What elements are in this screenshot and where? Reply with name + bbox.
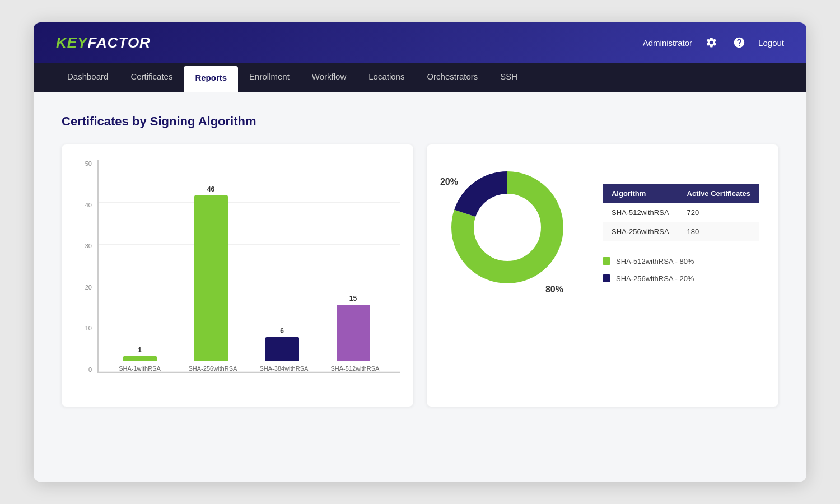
main: Certificates by Signing Algorithm 50 40 … xyxy=(34,92,806,482)
logout-button[interactable]: Logout xyxy=(758,38,784,48)
right-chart-inner: 20% 80% xyxy=(440,160,765,289)
y-label-50: 50 xyxy=(85,160,95,167)
logo-key: KEY xyxy=(56,34,87,51)
svg-point-2 xyxy=(477,197,538,258)
donut-svg xyxy=(446,166,569,289)
nav-enrollment[interactable]: Enrollment xyxy=(238,63,301,92)
nav-reports[interactable]: Reports xyxy=(184,66,238,92)
legend-sha256: SHA-256withRSA - 20% xyxy=(603,274,759,283)
bar-label-sha384: SHA-384withRSA xyxy=(260,365,305,372)
y-axis: 50 40 30 20 10 0 xyxy=(75,160,95,373)
bars-area: 1 SHA-1withRSA 46 SHA-256withRSA 6 xyxy=(97,160,400,373)
bar-value-sha1: 1 xyxy=(138,346,142,354)
bar-sha256 xyxy=(194,195,228,361)
row2-algorithm: SHA-256withRSA xyxy=(603,222,678,241)
legend-dot-green xyxy=(603,257,610,265)
logo: KEYFACTOR xyxy=(56,34,151,52)
bar-label-sha256: SHA-256withRSA xyxy=(189,365,234,372)
bar-value-sha256: 46 xyxy=(207,185,214,193)
donut-wrapper: 20% 80% xyxy=(446,166,569,289)
bar-group-sha256: 46 SHA-256withRSA xyxy=(189,185,234,372)
charts-row: 50 40 30 20 10 0 1 SHA-1withRSA xyxy=(62,144,778,407)
bar-group-sha384: 6 SHA-384withRSA xyxy=(260,327,305,372)
bar-value-sha512: 15 xyxy=(349,295,357,302)
bar-label-sha512: SHA-512withRSA xyxy=(331,365,376,372)
nav: Dashboard Certificates Reports Enrollmen… xyxy=(34,63,806,92)
nav-ssh[interactable]: SSH xyxy=(489,63,529,92)
bar-group-sha512: 15 SHA-512withRSA xyxy=(331,295,376,372)
col-active-certs: Active Certificates xyxy=(678,184,759,203)
row1-count: 720 xyxy=(678,203,759,222)
header-right: Administrator Logout xyxy=(643,34,784,52)
nav-locations[interactable]: Locations xyxy=(357,63,416,92)
table-row: SHA-256withRSA 180 xyxy=(603,222,759,241)
nav-workflow[interactable]: Workflow xyxy=(301,63,357,92)
row2-count: 180 xyxy=(678,222,759,241)
row1-algorithm: SHA-512withRSA xyxy=(603,203,678,222)
app-window: KEYFACTOR Administrator Logout Dashboard… xyxy=(34,22,806,482)
y-label-20: 20 xyxy=(85,284,95,291)
logo-text: KEYFACTOR xyxy=(56,34,151,52)
bar-group-sha1: 1 SHA-1withRSA xyxy=(118,346,162,372)
bar-chart-container: 50 40 30 20 10 0 1 SHA-1withRSA xyxy=(75,160,400,395)
nav-dashboard[interactable]: Dashboard xyxy=(56,63,119,92)
bar-sha1 xyxy=(123,356,157,361)
y-label-30: 30 xyxy=(85,242,95,249)
nav-certificates[interactable]: Certificates xyxy=(119,63,184,92)
right-panel: Algorithm Active Certificates SHA-512wit… xyxy=(603,172,759,283)
y-label-40: 40 xyxy=(85,202,95,208)
donut-legend: SHA-512withRSA - 80% SHA-256withRSA - 20… xyxy=(603,257,759,283)
y-label-10: 10 xyxy=(85,325,95,332)
donut-and-legend: 20% 80% xyxy=(446,166,759,289)
bar-sha384 xyxy=(265,337,299,361)
legend-sha512: SHA-512withRSA - 80% xyxy=(603,257,759,265)
donut-chart-card: 20% 80% xyxy=(427,144,778,407)
legend-dot-dark xyxy=(603,274,610,282)
bar-label-sha1: SHA-1withRSA xyxy=(118,365,162,372)
bar-chart-card: 50 40 30 20 10 0 1 SHA-1withRSA xyxy=(62,144,413,407)
y-label-0: 0 xyxy=(88,366,95,373)
legend-label-sha256: SHA-256withRSA - 20% xyxy=(616,274,694,283)
data-table: Algorithm Active Certificates SHA-512wit… xyxy=(603,184,759,241)
donut-label-20: 20% xyxy=(440,177,458,187)
logo-factor: FACTOR xyxy=(87,34,150,51)
table-section: Algorithm Active Certificates SHA-512wit… xyxy=(603,184,759,241)
donut-label-80: 80% xyxy=(545,284,563,295)
bar-value-sha384: 6 xyxy=(280,327,284,335)
nav-orchestrators[interactable]: Orchestrators xyxy=(416,63,489,92)
settings-icon[interactable] xyxy=(702,34,720,52)
table-row: SHA-512withRSA 720 xyxy=(603,203,759,222)
admin-label: Administrator xyxy=(643,38,692,48)
help-icon[interactable] xyxy=(730,34,748,52)
col-algorithm: Algorithm xyxy=(603,184,678,203)
legend-label-sha512: SHA-512withRSA - 80% xyxy=(616,257,694,265)
header: KEYFACTOR Administrator Logout xyxy=(34,22,806,63)
bar-sha512 xyxy=(337,305,370,361)
page-title: Certificates by Signing Algorithm xyxy=(62,114,778,129)
